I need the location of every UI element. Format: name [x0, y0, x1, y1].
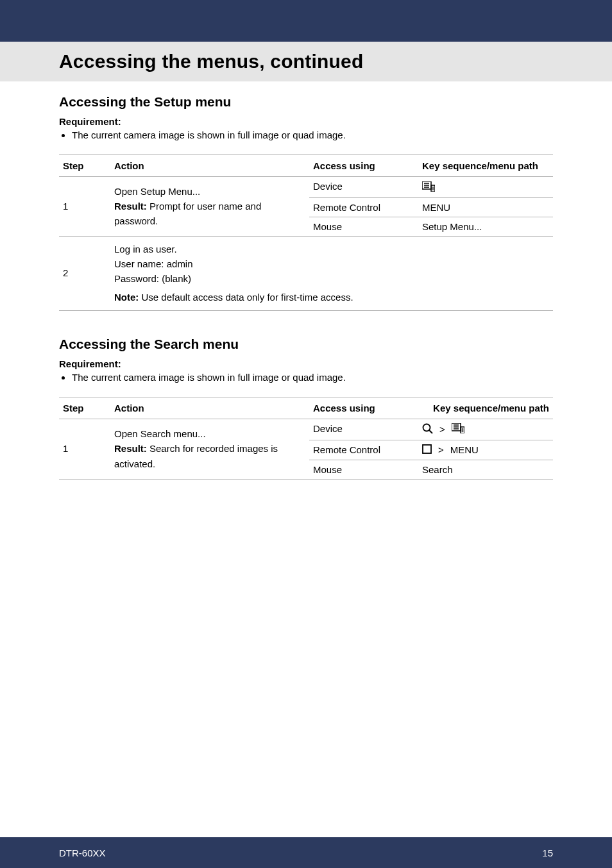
requirement-item: The current camera image is shown in ful…	[62, 129, 553, 140]
requirement-item: The current camera image is shown in ful…	[62, 372, 553, 383]
action-result: Result: Search for recorded images is ac…	[114, 441, 305, 471]
requirement-list: The current camera image is shown in ful…	[59, 372, 553, 383]
requirement-list: The current camera image is shown in ful…	[59, 129, 553, 140]
arrow-icon: >	[438, 444, 444, 455]
cell-access-remote: Remote Control	[309, 197, 418, 217]
title-band: Accessing the menus, continued	[0, 42, 612, 81]
section-heading: Accessing the Search menu	[59, 337, 553, 352]
result-label: Result:	[114, 201, 147, 212]
requirement-label: Requirement:	[59, 116, 553, 127]
login-line1: Log in as user.	[114, 242, 549, 256]
section-search-menu: Accessing the Search menu Requirement: T…	[59, 337, 553, 480]
th-action: Action	[110, 397, 309, 419]
action-line1: Open Setup Menu...	[114, 184, 305, 199]
cell-access-mouse: Mouse	[309, 460, 418, 479]
key-remote-label: MENU	[450, 444, 479, 455]
footer-left: DTR-60XX	[59, 847, 106, 858]
action-line1: Open Search menu...	[114, 426, 305, 441]
th-access: Access using	[309, 155, 418, 177]
cell-key-remote: MENU	[418, 197, 553, 217]
action-result: Result: Prompt for user name and passwor…	[114, 199, 305, 229]
cell-action-1: Open Search menu... Result: Search for r…	[110, 419, 309, 479]
svg-line-9	[429, 430, 432, 433]
login-line2: User name: admin	[114, 256, 549, 271]
note-label: Note:	[114, 292, 139, 303]
cell-step-1: 1	[59, 177, 110, 237]
footer-right: 15	[542, 847, 553, 858]
cell-step-1: 1	[59, 419, 110, 479]
cell-key-mouse: Search	[418, 460, 553, 479]
login-note: Note: Use default access data only for f…	[114, 290, 549, 305]
arrow-icon: >	[439, 424, 445, 435]
cell-key-device	[418, 177, 553, 198]
cell-access-mouse: Mouse	[309, 217, 418, 236]
requirement-label: Requirement:	[59, 358, 553, 369]
cell-access-remote: Remote Control	[309, 440, 418, 460]
cell-action-1: Open Setup Menu... Result: Prompt for us…	[110, 177, 309, 237]
stop-icon	[422, 444, 432, 456]
th-action: Action	[110, 155, 309, 177]
setup-table: Step Action Access using Key sequence/me…	[59, 155, 553, 311]
cell-step-2: 2	[59, 236, 110, 310]
th-step: Step	[59, 155, 110, 177]
page-title: Accessing the menus, continued	[59, 51, 594, 72]
top-band	[0, 0, 612, 42]
result-label: Result:	[114, 443, 147, 454]
menu-icon	[422, 181, 435, 194]
search-icon	[422, 423, 433, 436]
th-step: Step	[59, 397, 110, 419]
th-access: Access using	[309, 397, 418, 419]
section-setup-menu: Accessing the Setup menu Requirement: Th…	[59, 94, 553, 311]
content: Accessing the Setup menu Requirement: Th…	[0, 81, 612, 480]
login-line3: Password: (blank)	[114, 271, 549, 286]
svg-rect-18	[423, 445, 431, 453]
note-text: Use default access data only for first-t…	[139, 292, 353, 303]
cell-key-device: >	[418, 419, 553, 440]
cell-access-device: Device	[309, 177, 418, 198]
th-key: Key sequence/menu path	[418, 397, 553, 419]
search-table: Step Action Access using Key sequence/me…	[59, 397, 553, 480]
section-heading: Accessing the Setup menu	[59, 94, 553, 110]
svg-point-8	[423, 424, 430, 431]
cell-key-remote: > MENU	[418, 440, 553, 460]
cell-access-device: Device	[309, 419, 418, 440]
th-key: Key sequence/menu path	[418, 155, 553, 177]
cell-action-2: Log in as user. User name: admin Passwor…	[110, 236, 553, 310]
cell-key-mouse: Setup Menu...	[418, 217, 553, 236]
footer: DTR-60XX 15	[0, 837, 612, 868]
menu-icon	[452, 423, 464, 435]
